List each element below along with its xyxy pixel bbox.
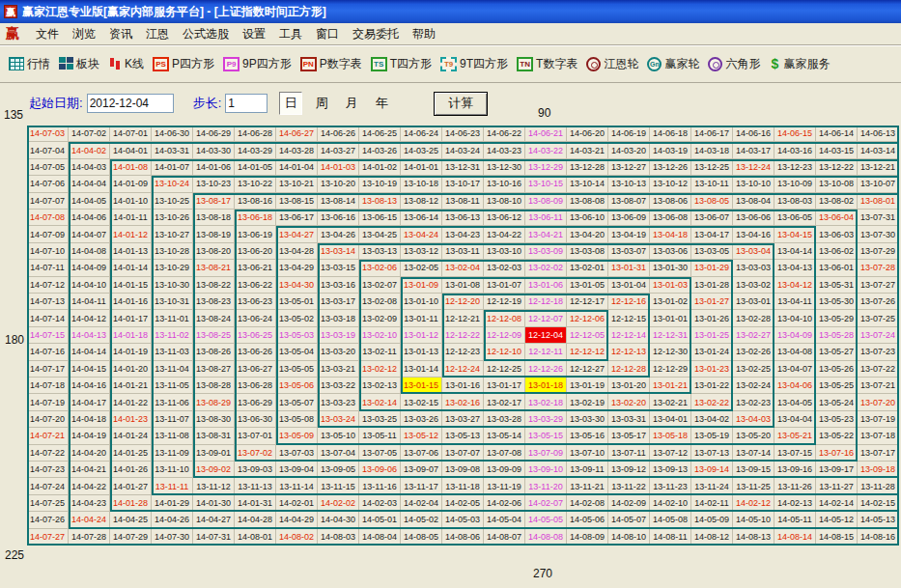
date-cell[interactable]: 14-08-14 [774,529,816,546]
period-button-日[interactable]: 日 [279,92,302,115]
date-cell[interactable]: 14-07-10 [27,243,69,260]
date-cell[interactable]: 14-01-04 [276,159,318,176]
date-cell[interactable]: 13-06-01 [816,260,858,276]
date-cell[interactable]: 14-01-06 [193,159,235,176]
date-cell[interactable]: 13-05-07 [276,394,318,410]
date-cell[interactable]: 13-01-26 [691,310,733,326]
date-cell[interactable]: 13-02-04 [442,260,484,276]
date-cell[interactable]: 14-03-28 [276,142,318,158]
date-cell[interactable]: 14-08-10 [608,529,650,546]
date-cell[interactable]: 13-03-29 [525,411,567,428]
date-cell[interactable]: 14-01-19 [110,344,152,360]
date-cell[interactable]: 13-06-24 [235,310,276,326]
date-cell[interactable]: 14-06-28 [235,126,276,142]
menu-item-工具[interactable]: 工具 [272,25,309,42]
start-date-input[interactable] [87,94,174,113]
date-cell[interactable]: 13-04-30 [276,277,318,294]
date-cell[interactable]: 12-12-23 [442,344,484,360]
date-cell[interactable]: 13-11-07 [152,411,193,428]
date-cell[interactable]: 13-01-28 [691,277,733,294]
date-cell[interactable]: 14-02-05 [442,495,484,512]
date-cell[interactable]: 13-06-21 [235,260,276,276]
date-cell[interactable]: 13-03-24 [318,411,359,428]
date-cell[interactable]: 14-05-07 [608,512,650,528]
toolbar-item-赢家轮[interactable]: Gn赢家轮 [647,56,699,72]
date-cell[interactable]: 13-06-03 [816,226,858,242]
date-cell[interactable]: 14-05-02 [401,512,442,528]
date-cell[interactable]: 13-10-07 [858,176,899,192]
date-cell[interactable]: 13-04-21 [525,226,567,242]
date-cell[interactable]: 13-01-03 [650,277,691,294]
date-cell[interactable]: 13-07-30 [858,226,899,242]
date-cell[interactable]: 12-12-08 [484,310,525,326]
date-cell[interactable]: 14-08-11 [650,529,691,546]
date-cell[interactable]: 13-10-24 [152,176,193,192]
date-cell[interactable]: 13-10-10 [733,176,774,192]
date-cell[interactable]: 13-09-12 [608,462,650,478]
date-cell[interactable]: 14-06-18 [650,126,691,142]
date-cell[interactable]: 12-12-30 [650,344,691,360]
date-cell[interactable]: 14-04-16 [69,378,110,394]
date-cell[interactable]: 14-04-14 [69,344,110,360]
date-cell[interactable]: 13-07-07 [442,445,484,462]
date-cell[interactable]: 13-11-03 [152,344,193,360]
date-cell[interactable]: 13-01-09 [401,277,442,294]
date-cell[interactable]: 13-10-26 [152,210,193,226]
date-cell[interactable]: 13-11-09 [152,445,193,462]
date-cell[interactable]: 14-07-07 [27,193,69,210]
date-cell[interactable]: 14-07-04 [27,142,69,158]
date-cell[interactable]: 13-08-07 [608,193,650,210]
date-cell[interactable]: 14-03-14 [858,142,899,158]
calculate-button[interactable]: 计算 [434,92,488,116]
date-cell[interactable]: 14-08-01 [235,529,276,546]
date-cell[interactable]: 13-02-26 [733,344,774,360]
date-cell[interactable]: 14-06-26 [318,126,359,142]
date-cell[interactable]: 14-07-01 [110,126,152,142]
date-cell[interactable]: 13-06-08 [650,210,691,226]
date-cell[interactable]: 13-10-15 [525,176,567,192]
date-cell[interactable]: 13-08-23 [193,294,235,310]
date-cell[interactable]: 13-11-26 [774,478,816,494]
menu-item-文件[interactable]: 文件 [29,25,66,42]
date-cell[interactable]: 13-10-29 [152,260,193,276]
date-cell[interactable]: 13-01-16 [442,378,484,394]
date-cell[interactable]: 13-11-28 [858,478,899,494]
date-cell[interactable]: 13-07-06 [401,445,442,462]
date-cell[interactable]: 13-01-07 [484,277,525,294]
date-cell[interactable]: 13-03-04 [733,243,774,260]
date-cell[interactable]: 14-08-03 [318,529,359,546]
date-cell[interactable]: 14-02-15 [858,495,899,512]
date-cell[interactable]: 14-02-11 [691,495,733,512]
date-cell[interactable]: 13-01-20 [608,378,650,394]
date-cell[interactable]: 13-10-30 [152,277,193,294]
date-cell[interactable]: 14-07-28 [69,529,110,546]
date-cell[interactable]: 14-01-08 [110,159,152,176]
date-cell[interactable]: 14-06-17 [691,126,733,142]
date-cell[interactable]: 14-07-09 [27,226,69,242]
date-cell[interactable]: 14-04-17 [69,394,110,410]
date-cell[interactable]: 14-05-06 [567,512,608,528]
date-cell[interactable]: 13-07-02 [235,445,276,462]
date-cell[interactable]: 13-05-04 [276,344,318,360]
date-cell[interactable]: 12-12-15 [608,310,650,326]
date-cell[interactable]: 14-07-02 [69,126,110,142]
date-cell[interactable]: 13-02-08 [359,294,401,310]
date-cell[interactable]: 13-02-17 [484,394,525,410]
date-cell[interactable]: 13-09-04 [276,462,318,478]
date-cell[interactable]: 14-03-30 [193,142,235,158]
date-cell[interactable]: 14-01-15 [110,277,152,294]
date-cell[interactable]: 13-08-09 [525,193,567,210]
date-cell[interactable]: 14-02-06 [484,495,525,512]
date-cell[interactable]: 12-12-16 [608,294,650,310]
date-cell[interactable]: 14-04-06 [69,210,110,226]
date-cell[interactable]: 13-07-04 [318,445,359,462]
date-cell[interactable]: 13-10-28 [152,243,193,260]
date-cell[interactable]: 14-08-07 [484,529,525,546]
date-cell[interactable]: 13-07-28 [858,260,899,276]
date-cell[interactable]: 14-01-21 [110,378,152,394]
date-cell[interactable]: 13-03-12 [401,243,442,260]
date-cell[interactable]: 13-02-11 [359,344,401,360]
date-cell[interactable]: 14-05-01 [359,512,401,528]
date-cell[interactable]: 14-02-12 [733,495,774,512]
date-cell[interactable]: 13-12-24 [733,159,774,176]
